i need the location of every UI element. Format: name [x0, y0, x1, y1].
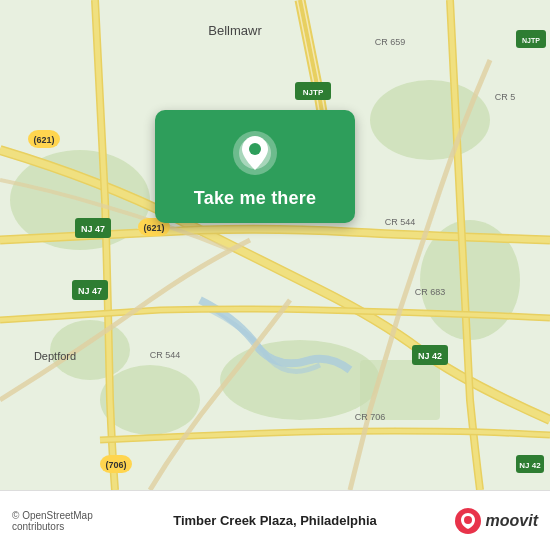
svg-text:NJ 42: NJ 42 — [418, 351, 442, 361]
svg-text:NJ 42: NJ 42 — [519, 461, 541, 470]
svg-text:CR 683: CR 683 — [415, 287, 446, 297]
svg-text:(706): (706) — [105, 460, 126, 470]
svg-text:NJ 47: NJ 47 — [78, 286, 102, 296]
svg-text:(621): (621) — [143, 223, 164, 233]
svg-text:CR 659: CR 659 — [375, 37, 406, 47]
svg-text:(621): (621) — [33, 135, 54, 145]
moovit-logo: moovit — [412, 507, 539, 535]
location-name: Timber Creek Plaza, Philadelphia — [149, 513, 402, 528]
svg-text:CR 5: CR 5 — [495, 92, 516, 102]
svg-point-4 — [220, 340, 380, 420]
svg-text:CR 544: CR 544 — [385, 217, 416, 227]
copyright-text: © OpenStreetMap contributors — [12, 510, 139, 532]
svg-point-2 — [370, 80, 490, 160]
location-card[interactable]: Take me there — [155, 110, 355, 223]
svg-text:NJ 47: NJ 47 — [81, 224, 105, 234]
map-container: NJ 47 NJ 47 (621) (621) NJTP CR 659 CR 5… — [0, 0, 550, 490]
svg-text:Bellmawr: Bellmawr — [208, 23, 262, 38]
svg-text:CR 544: CR 544 — [150, 350, 181, 360]
location-pin-icon — [230, 128, 280, 178]
svg-point-36 — [249, 143, 261, 155]
moovit-brand-icon — [454, 507, 482, 535]
svg-text:CR 706: CR 706 — [355, 412, 386, 422]
moovit-brand-text: moovit — [486, 512, 538, 530]
map-svg: NJ 47 NJ 47 (621) (621) NJTP CR 659 CR 5… — [0, 0, 550, 490]
svg-text:NJTP: NJTP — [522, 37, 540, 44]
svg-text:NJTP: NJTP — [303, 88, 324, 97]
bottom-bar: © OpenStreetMap contributors Timber Cree… — [0, 490, 550, 550]
take-me-there-button-label: Take me there — [194, 188, 316, 209]
svg-point-38 — [464, 516, 472, 524]
svg-text:Deptford: Deptford — [34, 350, 76, 362]
